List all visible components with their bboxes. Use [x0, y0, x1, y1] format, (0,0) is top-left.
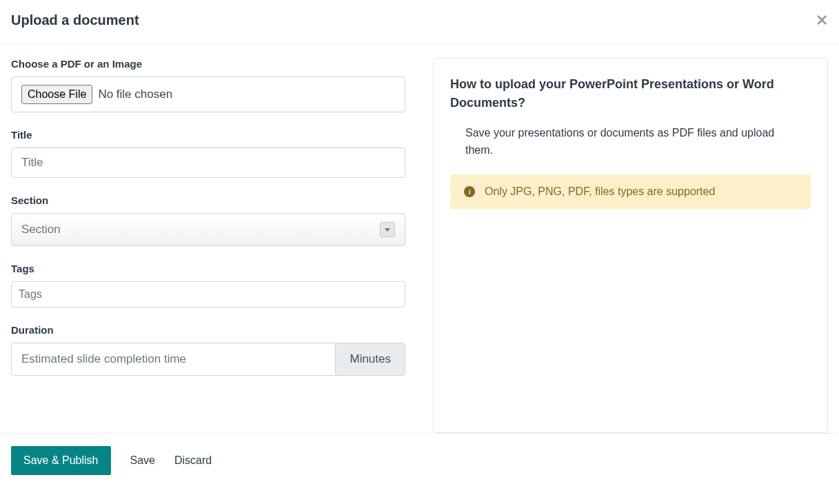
title-label: Title [11, 129, 405, 141]
chevron-down-icon [380, 222, 395, 237]
discard-button[interactable]: Discard [174, 454, 212, 467]
form-column: Choose a PDF or an Image Choose File No … [11, 58, 405, 433]
modal-title: Upload a document [11, 12, 139, 28]
title-input[interactable] [11, 148, 405, 178]
duration-label: Duration [11, 324, 405, 336]
tags-group: Tags [11, 263, 405, 308]
section-group: Section Section [11, 194, 405, 246]
file-input[interactable]: Choose File No file chosen [11, 77, 405, 112]
modal-header: Upload a document ✕ [0, 0, 839, 44]
file-group: Choose a PDF or an Image Choose File No … [11, 58, 405, 112]
help-card: How to upload your PowerPoint Presentati… [433, 58, 828, 433]
modal-footer: Save & Publish Save Discard [0, 433, 839, 487]
tags-input[interactable] [11, 281, 405, 308]
save-publish-button[interactable]: Save & Publish [11, 446, 111, 475]
file-status-text: No file chosen [98, 88, 172, 101]
info-icon: i [464, 186, 475, 197]
help-body-text: Save your presentations or documents as … [450, 125, 811, 159]
section-placeholder: Section [21, 223, 61, 236]
section-select[interactable]: Section [11, 213, 405, 246]
title-group: Title [11, 129, 405, 178]
duration-unit: Minutes [335, 343, 405, 375]
alert-text: Only JPG, PNG, PDF, files types are supp… [485, 185, 715, 198]
close-icon[interactable]: ✕ [816, 13, 828, 28]
help-column: How to upload your PowerPoint Presentati… [433, 58, 828, 433]
choose-file-button[interactable]: Choose File [21, 85, 92, 104]
file-type-alert: i Only JPG, PNG, PDF, files types are su… [450, 174, 811, 209]
file-label: Choose a PDF or an Image [11, 58, 405, 70]
modal-body: Choose a PDF or an Image Choose File No … [0, 44, 839, 433]
duration-input[interactable] [12, 343, 335, 375]
duration-input-group: Minutes [11, 343, 405, 376]
help-title: How to upload your PowerPoint Presentati… [450, 75, 811, 112]
tags-label: Tags [11, 263, 405, 274]
save-button[interactable]: Save [130, 454, 155, 467]
section-label: Section [11, 194, 405, 206]
duration-group: Duration Minutes [11, 324, 405, 376]
